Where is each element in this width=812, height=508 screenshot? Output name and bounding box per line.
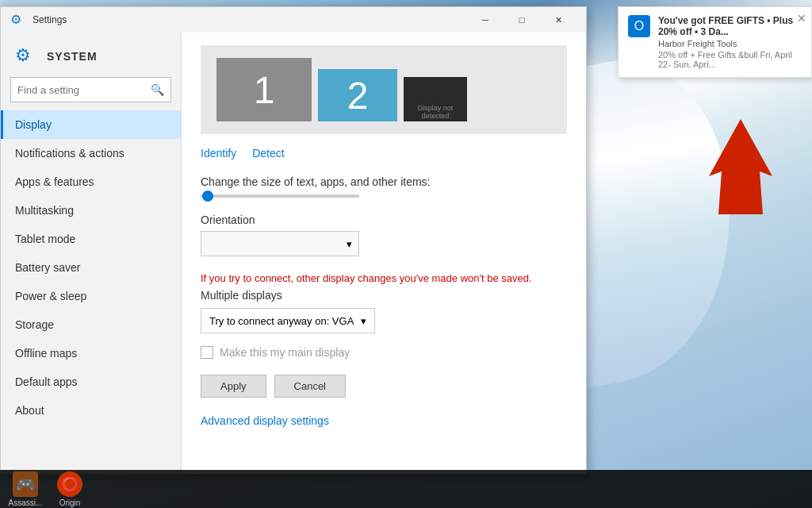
notification-content: You've got FREE GIFTS • Plus 20% off • 3… (658, 15, 802, 69)
sidebar-item-tablet-mode-label: Tablet mode (15, 233, 75, 245)
taskbar-label-assassins: Assassi... (9, 498, 43, 507)
sidebar-item-default-apps[interactable]: Default apps (1, 368, 181, 396)
monitor-2[interactable]: 2 (318, 69, 397, 121)
monitor-2-number: 2 (347, 74, 369, 117)
settings-app-icon: ⚙ (10, 12, 26, 28)
connect-dropdown[interactable]: Try to connect anyway on: VGA ▾ (201, 308, 375, 333)
sidebar: ⚙ SYSTEM 🔍 Display Notifications & actio… (1, 33, 182, 474)
search-icon: 🔍 (151, 83, 164, 96)
sidebar-item-apps-features-label: Apps & features (15, 175, 94, 188)
notification-app-icon: O (628, 15, 650, 37)
sidebar-item-notifications-label: Notifications & actions (15, 147, 124, 160)
sidebar-item-storage[interactable]: Storage (1, 310, 181, 339)
action-buttons: Apply Cancel (201, 375, 567, 398)
sidebar-item-storage-label: Storage (15, 318, 54, 331)
orientation-section: Orientation ▾ (201, 214, 567, 256)
main-display-checkbox[interactable] (201, 346, 213, 359)
system-header: ⚙ SYSTEM (1, 33, 181, 77)
taskbar: 🎮 Assassi... ⭕ Origin (0, 470, 812, 508)
monitor-1-number: 1 (254, 68, 275, 112)
main-content: 1 2 Display not detected Identify Detect… (182, 33, 586, 474)
notification-popup: O You've got FREE GIFTS • Plus 20% off •… (618, 6, 812, 78)
notification-header: O You've got FREE GIFTS • Plus 20% off •… (628, 15, 802, 69)
system-title: SYSTEM (47, 50, 98, 63)
sidebar-item-battery-saver-label: Battery saver (15, 261, 80, 274)
window-body: ⚙ SYSTEM 🔍 Display Notifications & actio… (1, 33, 586, 474)
main-display-checkbox-row: Make this my main display (201, 346, 567, 359)
taskbar-item-origin[interactable]: ⭕ Origin (48, 470, 92, 508)
cancel-button[interactable]: Cancel (274, 375, 346, 398)
taskbar-icon-assassins: 🎮 (13, 471, 38, 497)
window-title: Settings (33, 14, 467, 25)
sidebar-item-default-apps-label: Default apps (15, 375, 78, 388)
monitors-area: 1 2 Display not detected (201, 45, 567, 134)
window-controls: ─ □ ✕ (467, 7, 576, 33)
sidebar-item-about-label: About (15, 404, 44, 417)
apply-button[interactable]: Apply (201, 375, 266, 398)
slider-thumb (202, 190, 213, 202)
sidebar-item-tablet-mode[interactable]: Tablet mode (1, 225, 181, 253)
taskbar-item-assassins[interactable]: 🎮 Assassi... (3, 470, 48, 508)
title-bar: ⚙ Settings ─ □ ✕ (1, 7, 586, 33)
warning-text: If you try to connect, other display cha… (201, 272, 567, 284)
sidebar-item-offline-maps-label: Offline maps (15, 347, 77, 360)
sidebar-item-offline-maps[interactable]: Offline maps (1, 339, 181, 368)
monitor-3: Display not detected (404, 77, 467, 121)
taskbar-icon-origin: ⭕ (57, 471, 82, 497)
monitor-3-label: Display not detected (404, 104, 467, 120)
main-display-checkbox-label: Make this my main display (220, 346, 350, 359)
detect-link[interactable]: Detect (252, 147, 284, 160)
sidebar-item-power-sleep[interactable]: Power & sleep (1, 282, 181, 310)
sidebar-item-power-sleep-label: Power & sleep (15, 290, 86, 302)
close-button[interactable]: ✕ (540, 7, 576, 33)
search-input-wrapper[interactable]: 🔍 (10, 77, 171, 102)
connect-dropdown-chevron-icon: ▾ (361, 315, 366, 327)
maximize-button[interactable]: □ (504, 7, 540, 33)
identify-link[interactable]: Identify (201, 147, 236, 160)
orientation-label: Orientation (201, 214, 567, 226)
notification-title: You've got FREE GIFTS • Plus 20% off • 3… (658, 15, 802, 37)
multiple-displays-label: Multiple displays (201, 289, 567, 302)
connect-dropdown-value: Try to connect anyway on: VGA (209, 315, 354, 327)
notification-subtitle: Harbor Freight Tools (658, 39, 802, 48)
orientation-chevron-icon: ▾ (347, 238, 352, 250)
minimize-button[interactable]: ─ (467, 7, 504, 33)
notification-body: 20% off + Free Gifts &bull Fri, April 22… (658, 50, 802, 69)
text-size-section: Change the size of text, apps, and other… (201, 175, 567, 198)
sidebar-item-apps-features[interactable]: Apps & features (1, 167, 181, 196)
text-size-slider[interactable] (201, 194, 359, 198)
sidebar-item-notifications[interactable]: Notifications & actions (1, 139, 181, 167)
sidebar-item-multitasking-label: Multitasking (15, 204, 74, 217)
sidebar-item-about[interactable]: About (1, 396, 181, 425)
text-size-label: Change the size of text, apps, and other… (201, 175, 567, 188)
settings-window: ⚙ Settings ─ □ ✕ ⚙ SYSTEM 🔍 (0, 6, 587, 475)
search-input[interactable] (17, 84, 151, 96)
search-container: 🔍 (1, 77, 181, 110)
notification-close-icon[interactable]: ✕ (797, 12, 806, 25)
sidebar-item-display-label: Display (15, 118, 52, 131)
sidebar-item-display[interactable]: Display (1, 110, 181, 139)
taskbar-label-origin: Origin (59, 498, 81, 507)
advanced-display-settings-link[interactable]: Advanced display settings (201, 414, 329, 427)
monitor-1[interactable]: 1 (216, 58, 312, 121)
action-links: Identify Detect (201, 147, 567, 160)
sidebar-item-multitasking[interactable]: Multitasking (1, 196, 181, 225)
sidebar-item-battery-saver[interactable]: Battery saver (1, 253, 181, 282)
orientation-select[interactable]: ▾ (201, 231, 359, 256)
system-gear-icon: ⚙ (15, 45, 37, 67)
